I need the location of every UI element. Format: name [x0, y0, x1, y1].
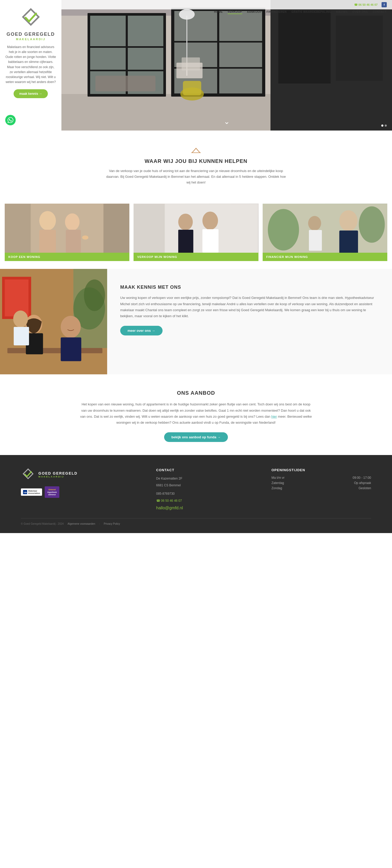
card-financier[interactable]: FINANCIER MIJN WONING	[263, 204, 387, 261]
card-verkoop[interactable]: VERKOOP MIJN WONING	[134, 204, 258, 261]
meet-text: Uw woning kopen of verkopen voor een eer…	[120, 295, 376, 319]
logo[interactable]	[19, 8, 43, 32]
hero-dot-1[interactable]	[381, 125, 383, 127]
footer-openings-col: OPENINGSTIJDEN Ma t/m vr 09:00 - 17:00 Z…	[272, 468, 371, 510]
footer-phone: 085-8769730	[156, 491, 256, 497]
nav-overons[interactable]: OVER ONS	[353, 10, 368, 14]
help-section-subtitle: Van de verkoop van je oude huis of wonin…	[105, 168, 287, 185]
opening-day-0: Ma t/m vr	[272, 476, 285, 479]
brand-sub: MAKELAARDIJ	[16, 38, 46, 41]
facebook-icon[interactable]: f	[382, 2, 387, 7]
svg-point-25	[39, 211, 56, 230]
opening-time-0: 09:00 - 17:00	[353, 476, 371, 479]
svg-rect-14	[95, 76, 156, 91]
brand-name: GOED GEREGELD	[6, 32, 55, 37]
footer-copy: © Goed Geregeld Makelaardij - 2024	[21, 522, 64, 525]
aanbod-title: ONS AANBOD	[21, 390, 371, 396]
svg-point-41	[268, 209, 299, 251]
svg-rect-32	[104, 204, 129, 261]
hero-scroll-arrow[interactable]: ⌄	[224, 117, 230, 126]
svg-point-35	[178, 214, 193, 230]
nav-aankoop[interactable]: AANKOOP	[247, 10, 262, 14]
footer-contact-col: CONTACT De Kazematten 2F 6681 CS Bemmel …	[156, 468, 256, 510]
phone-top[interactable]: ☎ 06 50 46 46 07	[354, 3, 377, 6]
footer-logo: GOED GEREGELD MAKELAARDIJ	[21, 468, 141, 481]
meet-content: MAAK KENNIS MET ONS Uw woning kopen of v…	[107, 269, 392, 374]
svg-rect-36	[178, 230, 193, 255]
svg-rect-31	[5, 204, 31, 261]
svg-text:VBO: VBO	[24, 491, 27, 494]
nav-home[interactable]: HOME	[214, 10, 223, 14]
hero-dot-2[interactable]	[385, 125, 387, 127]
svg-point-53	[84, 280, 105, 311]
footer-brand-sub: MAKELAARDIJ	[38, 475, 78, 478]
card-financier-image	[263, 204, 387, 261]
maak-kennis-button[interactable]: maak kennis →	[13, 89, 48, 98]
footer-brand-name: GOED GEREGELD	[38, 471, 78, 475]
svg-rect-21	[336, 16, 383, 81]
hero-section: ☎ 06 50 46 46 07 f HOME VERKOOP AANKOOP …	[61, 0, 392, 130]
nav-financieren[interactable]: FINANCIEREN	[267, 10, 287, 14]
header-left-panel: GOED GEREGELD MAKELAARDIJ Makelaars en f…	[0, 0, 61, 130]
header: GOED GEREGELD MAKELAARDIJ Makelaars en f…	[0, 0, 392, 130]
footer-separator: ·	[99, 522, 100, 525]
card-verkoop-label: VERKOOP MIJN WONING	[134, 253, 258, 261]
card-koop-label: KOOP EEN WONING	[5, 253, 129, 261]
meer-over-ons-button[interactable]: meer over ons →	[120, 326, 163, 336]
nav-nieuws[interactable]: NIEUWS	[336, 10, 348, 14]
footer-inner: GOED GEREGELD MAKELAARDIJ VBO MakelaarAs…	[21, 468, 371, 510]
opening-day-1: Zaterdag	[272, 481, 284, 485]
hero-dots	[381, 125, 387, 127]
footer-phone-green[interactable]: ☎ 06 50 46 46 07	[156, 498, 256, 504]
svg-rect-26	[39, 230, 56, 255]
roof-icon	[5, 146, 387, 156]
svg-rect-38	[202, 229, 219, 252]
svg-rect-58	[61, 338, 81, 361]
opening-time-2: Gesloten	[359, 486, 371, 490]
nav-gratis[interactable]: GRATIS WAARDEBEPALING	[291, 10, 331, 14]
aanbod-section: ONS AANBOD Het kopen van een nieuwe woni…	[0, 374, 392, 455]
footer-badges: VBO MakelaarAssociation Erkend Hypotheek…	[21, 486, 141, 498]
aanbod-link[interactable]: hier	[271, 414, 277, 418]
svg-rect-20	[278, 10, 331, 84]
footer-link-voorwaarden[interactable]: Algemene voorwaarden	[68, 522, 95, 525]
footer-contact-title: CONTACT	[156, 468, 256, 472]
whatsapp-button[interactable]	[5, 115, 16, 125]
svg-point-37	[202, 212, 218, 230]
opening-row-0: Ma t/m vr 09:00 - 17:00	[272, 476, 371, 479]
nav-contact[interactable]: CONTACT	[373, 10, 387, 14]
svg-rect-50	[5, 280, 28, 316]
footer: GOED GEREGELD MAKELAARDIJ VBO MakelaarAs…	[0, 455, 392, 533]
svg-rect-39	[134, 204, 165, 261]
svg-point-59	[13, 311, 28, 328]
footer-email[interactable]: hallo@gmfd.nl	[156, 506, 183, 510]
svg-point-27	[65, 214, 80, 231]
footer-address-2: 6681 CS Bemmel	[156, 483, 256, 489]
opening-time-1: Op afspraak	[354, 481, 371, 485]
opening-day-2: Zondag	[272, 486, 282, 490]
svg-rect-60	[13, 327, 29, 345]
card-koop[interactable]: KOOP EEN WONING	[5, 204, 129, 261]
service-cards: KOOP EEN WONING VERKOOP MIJN WONING	[0, 196, 392, 269]
footer-bottom: © Goed Geregeld Makelaardij - 2024 Algem…	[21, 518, 371, 525]
meet-title: MAAK KENNIS MET ONS	[120, 284, 376, 290]
footer-link-privacy[interactable]: Privacy Policy	[104, 522, 120, 525]
nav-verkoop[interactable]: VERKOOP	[228, 9, 242, 14]
meet-team-image	[0, 269, 107, 374]
footer-brand-col: GOED GEREGELD MAKELAARDIJ VBO MakelaarAs…	[21, 468, 141, 510]
svg-rect-54	[7, 348, 103, 353]
funda-button[interactable]: bekijk ons aanbod op funda →	[164, 432, 228, 442]
hypotheek-badge: Erkend Hypotheek adviseur	[45, 486, 59, 498]
footer-address-1: De Kazematten 2F	[156, 476, 256, 482]
help-section-title: WAAR WIJ JOU BIJ KUNNEN HELPEN	[5, 158, 387, 164]
meet-section: MAAK KENNIS MET ONS Uw woning kopen of v…	[0, 269, 392, 374]
aanbod-text: Het kopen van een nieuwe woning, huis of…	[78, 401, 314, 426]
svg-rect-18	[183, 81, 201, 95]
svg-rect-28	[66, 230, 81, 253]
opening-row-1: Zaterdag Op afspraak	[272, 481, 371, 485]
footer-brand-text: GOED GEREGELD MAKELAARDIJ	[38, 471, 78, 478]
svg-rect-46	[309, 230, 322, 251]
vbo-badge: VBO MakelaarAssociation	[21, 489, 42, 496]
card-koop-image	[5, 204, 129, 261]
card-financier-label: FINANCIER MIJN WONING	[263, 253, 387, 261]
